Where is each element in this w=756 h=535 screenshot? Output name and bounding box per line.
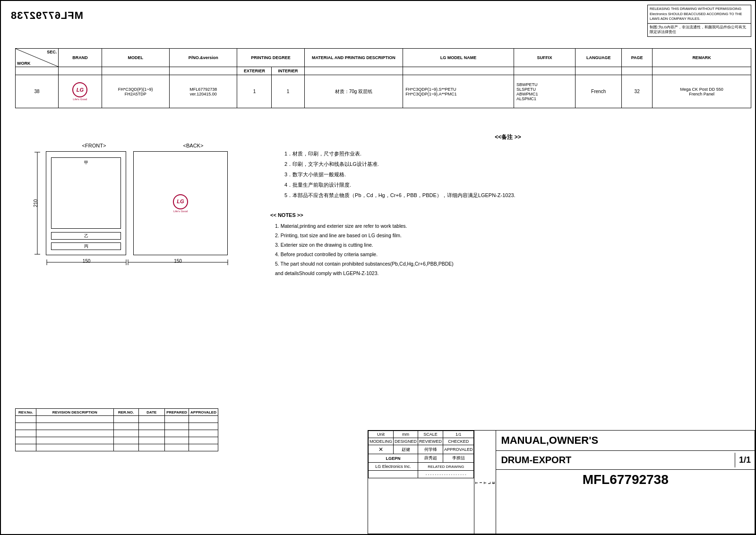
dim-width2-area: 150 xyxy=(127,258,229,268)
remark-header: REMARK xyxy=(653,49,751,67)
designer2-cell: 何学锋 xyxy=(418,445,443,454)
main-title: MANUAL,OWNER'S xyxy=(496,431,755,451)
modeling-icon-cell: ✕ xyxy=(369,445,394,454)
title-block-table: Unit mm SCALE 1/1 MODELING DESIGNED REVI… xyxy=(368,430,755,534)
unit-value-cell: mm xyxy=(394,431,418,438)
company-full-cell: LG Electronics Inc. xyxy=(369,463,418,471)
language-header: LANGUAGE xyxy=(576,49,622,67)
interier-cell: 1 xyxy=(272,75,304,108)
back-lg-logo: LG Life's Good xyxy=(173,194,188,213)
front-label: <FRONT> xyxy=(82,143,106,148)
note-cn-1: 1．材质，印刷，尺寸参照作业表. xyxy=(284,148,746,159)
modeling-label-cell: MODELING xyxy=(369,438,394,445)
back-label: <BACK> xyxy=(183,143,204,148)
title-vertical-label: TITLE xyxy=(474,481,496,484)
notes-en-list: 1. Material,printing and exterier size a… xyxy=(275,222,746,278)
title-block: Unit mm SCALE 1/1 MODELING DESIGNED REVI… xyxy=(368,430,755,534)
rev-row-3 xyxy=(16,430,218,437)
checked-label-cell: CHECKED xyxy=(443,438,474,445)
sub-title-row: DRUM-EXPORT 1/1 xyxy=(496,451,755,470)
diagram-area: <FRONT> <BACK> 210 甲 乙 丙 xyxy=(29,143,247,268)
front-panel: 甲 乙 丙 xyxy=(46,151,126,255)
dim-bottom-area: 150 150 xyxy=(46,258,247,268)
related-drawing-label-cell: RELATED DRAWING xyxy=(418,463,474,471)
notes-cn-list: 1．材质，印刷，尺寸参照作业表. 2．印刷，文字大小和线条以LG设计基准. 3．… xyxy=(284,148,746,200)
note-cn-4: 4．批量生产前取的设计限度. xyxy=(284,180,746,190)
related-drawing-value-cell: - - - - - - - - - - - - - - - - - - xyxy=(418,471,474,478)
printing-degree-header: PRINTING DEGREE xyxy=(237,49,304,67)
left-info-cell: Unit mm SCALE 1/1 MODELING DESIGNED REVI… xyxy=(368,431,474,534)
scale-value-cell: 1/1 xyxy=(443,431,474,438)
notes-cn-title: <<备注 >> xyxy=(270,133,746,141)
lg-model-header: LG MODEL NAME xyxy=(403,49,514,67)
sec-label: SEC. xyxy=(47,50,57,54)
notes-en-section: << NOTES >> 1. Material,printing and ext… xyxy=(270,212,746,278)
lg-circle: LG xyxy=(72,82,87,97)
info-table: SEC. WORK BRAND MODEL P/NO.&version PRIN… xyxy=(15,48,751,108)
designer3-cell: 薛秀超 xyxy=(418,454,443,463)
suffix-header: SUFFIX xyxy=(514,49,575,67)
brand-cell: LG Life's Good xyxy=(59,75,102,108)
pno-header: P/NO.&version xyxy=(169,49,237,67)
page-header: PAGE xyxy=(622,49,653,67)
sec-num-cell: 38 xyxy=(16,75,59,108)
rev-row-5 xyxy=(16,444,218,451)
title-label-cell: TITLE xyxy=(474,431,496,534)
pno-cell: MFL67792738 ver.120415.00 xyxy=(169,75,237,108)
sec-work-header: SEC. WORK xyxy=(16,49,59,67)
work-label: WORK xyxy=(17,61,31,66)
note-cn-2: 2．印刷，文字大小和线条以LG设计基准. xyxy=(284,159,746,169)
lgepn-cell: LGEPN xyxy=(369,454,418,463)
notice-box: RELEASING THIS DRAWING WITHOUT PERMISSIO… xyxy=(647,5,751,37)
page-cell: 32 xyxy=(622,75,653,108)
note-en-3: 3. Exterier size on the drawing is cutti… xyxy=(275,241,746,250)
dim-height-label: 210 xyxy=(33,199,38,207)
panel-labels: <FRONT> <BACK> xyxy=(29,143,247,148)
exterior-subheader: EXTERIER xyxy=(237,67,272,75)
note-cn-3: 3．数字大小依据一般规格. xyxy=(284,169,746,180)
revno-header: REV.No. xyxy=(16,409,36,416)
panel-diagrams: 210 甲 乙 丙 LG Life's Good xyxy=(46,151,247,255)
brand-header: BRAND xyxy=(59,49,102,67)
front-panel-top: 甲 xyxy=(51,157,121,229)
unit-label-cell: Unit xyxy=(369,431,394,438)
back-lg-tagline: Life's Good xyxy=(173,210,188,213)
rev-row-2 xyxy=(16,423,218,430)
interier-subheader: INTERIER xyxy=(272,67,304,75)
date-header: DATE xyxy=(138,409,165,416)
rev-desc-header: REVISION DESCRIPTION xyxy=(36,409,114,416)
unit-scale-table: Unit mm SCALE 1/1 MODELING DESIGNED REVI… xyxy=(368,431,474,478)
designer4-cell: 李揆喆 xyxy=(443,454,474,463)
dim-width1-area: 150 xyxy=(46,258,127,268)
notes-panel: <<备注 >> 1．材质，印刷，尺寸参照作业表. 2．印刷，文字大小和线条以LG… xyxy=(270,133,746,278)
data-row: 38 LG Life's Good FH*C3QD(P)(1~9) FH2A5T… xyxy=(16,75,751,108)
material-cell: 材质：70g 双层纸 xyxy=(304,75,403,108)
reviewed-label-cell: REVIEWED xyxy=(418,438,443,445)
language-cell: French xyxy=(576,75,622,108)
exterior-cell: 1 xyxy=(237,75,272,108)
dwg-number: MFL67792738 xyxy=(496,470,755,490)
designed-label-cell: DESIGNED xyxy=(394,438,418,445)
rerno-header: RER.NO. xyxy=(113,409,138,416)
main-titles-cell: MANUAL,OWNER'S DRUM-EXPORT 1/1 MFL677927… xyxy=(496,431,755,534)
info-table-wrapper: SEC. WORK BRAND MODEL P/NO.&version PRIN… xyxy=(15,48,751,108)
remark-cell: Mega CK Post DD 550 French Panel xyxy=(653,75,751,108)
front-panel-mid: 乙 xyxy=(51,232,121,240)
back-lg-circle: LG xyxy=(173,194,188,209)
note-en-4: 4. Before product controlled by criteria… xyxy=(275,250,746,259)
notice-text-bottom: 制图:为LG内容产，非法流通性，和颜我司品件份公司有无限定诉法律责任 xyxy=(648,24,751,36)
note-cn-5: 5．本部品不应含有禁止物质（Pb，Cd，Hg，Cr+6，PBB，PBDE），详细… xyxy=(284,190,746,200)
lg-logo: LG Life's Good xyxy=(72,82,87,101)
scale-label-cell: SCALE xyxy=(418,431,443,438)
suffix-cell: SBWPETU SLSPETU ABWPMC1 ALSPMC1 xyxy=(514,75,575,108)
designer1-cell: 赵健 xyxy=(394,445,418,454)
notes-en-title: << NOTES >> xyxy=(270,212,746,218)
note-en-1: 1. Material,printing and exterier size a… xyxy=(275,222,746,231)
lg-model-cell: FH*C3QDP(1~9).S**PETU FH*C3QDP(1~9).A**P… xyxy=(403,75,514,108)
rev-row-4 xyxy=(16,437,218,444)
material-header: MATERIAL AND PRINTING DESCRIPTION xyxy=(304,49,403,67)
front-panel-bot: 丙 xyxy=(51,242,121,250)
approvaled-header: APPROVALED xyxy=(189,409,218,416)
dim-vertical: 210 xyxy=(32,151,43,255)
drawing-container: MFL67792738 RELEASING THIS DRAWING WITHO… xyxy=(0,0,756,535)
